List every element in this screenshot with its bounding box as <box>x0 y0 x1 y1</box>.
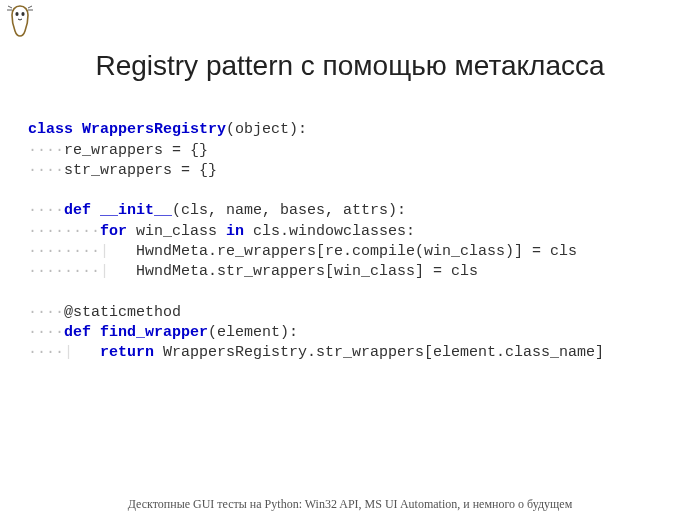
indent: ···· <box>28 304 64 321</box>
l1-rest: (object): <box>226 121 307 138</box>
code-block: class WrappersRegistry(object): ····re_w… <box>0 100 700 363</box>
class-name: WrappersRegistry <box>82 121 226 138</box>
indent: ···· <box>28 142 64 159</box>
footer-text: Десктопные GUI тесты на Python: Win32 AP… <box>0 497 700 512</box>
l5-mid: win_class <box>127 223 226 240</box>
svg-point-0 <box>15 12 18 16</box>
kw-for: for <box>100 223 127 240</box>
indent: ···· <box>28 344 64 361</box>
func-find: find_wrapper <box>100 324 208 341</box>
l9-rest: (element): <box>208 324 298 341</box>
l3: str_wrappers = {} <box>64 162 217 179</box>
slide-title: Registry pattern с помощью метакласса <box>0 50 700 82</box>
indent: ···· <box>28 202 64 219</box>
guide: | <box>64 344 100 361</box>
func-init: __init__ <box>100 202 172 219</box>
kw-in: in <box>226 223 244 240</box>
kw-def2: def <box>64 324 91 341</box>
l4-rest: (cls, name, bases, attrs): <box>172 202 406 219</box>
svg-point-1 <box>21 12 24 16</box>
l10-rest: WrappersRegistry.str_wrappers[element.cl… <box>154 344 604 361</box>
indent: ········ <box>28 263 100 280</box>
indent: ···· <box>28 324 64 341</box>
l5-rest: cls.windowclasses: <box>244 223 415 240</box>
kw-def: def <box>64 202 91 219</box>
indent: ········ <box>28 223 100 240</box>
l8: @staticmethod <box>64 304 181 321</box>
kw-return: return <box>100 344 154 361</box>
guide: | <box>100 263 136 280</box>
indent: ········ <box>28 243 100 260</box>
indent: ···· <box>28 162 64 179</box>
logo-icon <box>6 4 34 42</box>
kw-class: class <box>28 121 73 138</box>
l6: HwndMeta.re_wrappers[re.compile(win_clas… <box>136 243 577 260</box>
l7: HwndMeta.str_wrappers[win_class] = cls <box>136 263 478 280</box>
guide: | <box>100 243 136 260</box>
l2: re_wrappers = {} <box>64 142 208 159</box>
